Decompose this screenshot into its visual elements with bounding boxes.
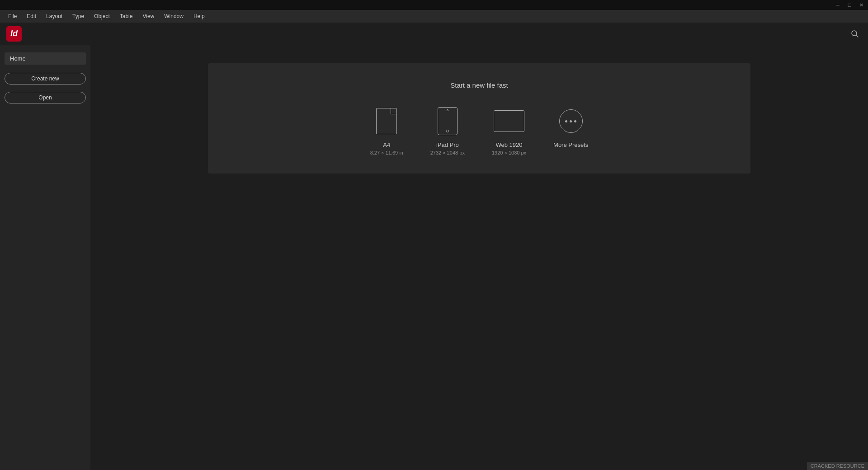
more-icon-shape [559,109,583,133]
a4-icon-shape [376,108,397,134]
app-logo: Id [6,26,22,42]
close-button[interactable]: ✕ [858,2,864,8]
preset-ipad-name: iPad Pro [436,141,459,148]
svg-point-0 [852,31,857,36]
ipad-home-button [446,130,449,132]
web-icon [493,105,525,137]
menu-window[interactable]: Window [160,12,188,21]
menu-bar: File Edit Layout Type Object Table View … [0,10,868,23]
ipad-camera-dot [447,109,448,111]
menu-table[interactable]: Table [115,12,137,21]
preset-more-name: More Presets [553,141,588,148]
content-area: Start a new file fast A4 8.27 × 11.69 in [90,45,868,470]
preset-ipad-dims: 2732 × 2048 px [430,150,465,155]
web-icon-shape [494,110,524,132]
watermark: CRACKED RESOURCE [807,462,868,470]
ipad-icon [432,105,463,137]
open-button[interactable]: Open [5,92,86,103]
preset-a4-dims: 8.27 × 11.69 in [370,150,403,155]
menu-layout[interactable]: Layout [42,12,67,21]
new-file-panel: Start a new file fast A4 8.27 × 11.69 in [208,63,750,174]
preset-a4[interactable]: A4 8.27 × 11.69 in [370,105,403,155]
minimize-button[interactable]: ─ [835,2,841,8]
more-dot-3 [574,120,576,122]
main-layout: Home Create new Open Start a new file fa… [0,45,868,470]
svg-line-1 [856,35,859,37]
menu-object[interactable]: Object [90,12,114,21]
panel-title: Start a new file fast [235,81,723,89]
preset-web-dims: 1920 × 1080 px [492,150,526,155]
preset-web-name: Web 1920 [495,141,522,148]
a4-icon [371,105,402,137]
more-dot-1 [565,120,567,122]
title-bar: ─ □ ✕ [0,0,868,10]
create-new-button[interactable]: Create new [5,73,86,85]
app-bar: Id [0,23,868,45]
search-icon[interactable] [848,27,862,41]
ipad-icon-shape [438,107,458,135]
menu-help[interactable]: Help [189,12,209,21]
sidebar: Home Create new Open [0,45,90,470]
preset-web[interactable]: Web 1920 1920 × 1080 px [492,105,526,155]
menu-file[interactable]: File [4,12,21,21]
preset-more[interactable]: More Presets [553,105,588,148]
sidebar-item-home[interactable]: Home [5,52,86,65]
preset-a4-name: A4 [383,141,390,148]
menu-type[interactable]: Type [68,12,89,21]
preset-ipad[interactable]: iPad Pro 2732 × 2048 px [430,105,465,155]
more-presets-icon [555,105,587,137]
more-dot-2 [570,120,572,122]
menu-view[interactable]: View [138,12,159,21]
maximize-button[interactable]: □ [846,2,853,8]
presets-row: A4 8.27 × 11.69 in iPad Pro 2732 × 2048 … [235,105,723,155]
menu-edit[interactable]: Edit [22,12,41,21]
